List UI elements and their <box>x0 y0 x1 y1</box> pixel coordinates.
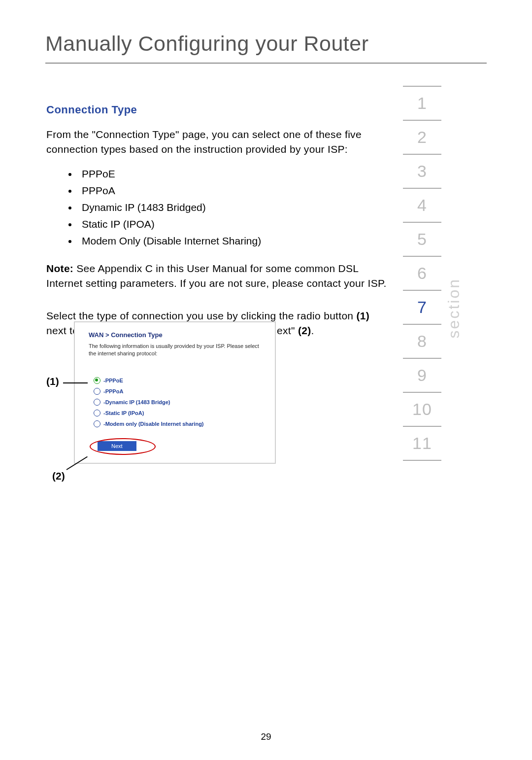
radio-label: -PPPoA <box>103 388 123 394</box>
section-label: section <box>445 278 463 338</box>
page-number: 29 <box>0 731 532 742</box>
section-index-item-7[interactable]: 7 <box>403 291 441 325</box>
radio-label: -PPPoE <box>103 378 123 383</box>
content-column: Connection Type From the "Connection Typ… <box>46 104 391 347</box>
list-item: PPPoA <box>78 182 379 199</box>
intro-paragraph: From the "Connection Type" page, you can… <box>46 127 391 157</box>
radio-label: -Modem only (Disable Internet sharing) <box>103 421 204 427</box>
header-divider <box>45 63 487 64</box>
section-index: 1234567891011 <box>403 86 441 461</box>
connection-type-option[interactable]: -PPPoA <box>94 388 267 395</box>
next-button-row: Next <box>98 441 267 451</box>
connection-type-radio-group: -PPPoE-PPPoA-Dynamic IP (1483 Bridge)-St… <box>89 377 267 427</box>
connection-type-option[interactable]: -Static IP (IPoA) <box>94 410 267 416</box>
radio-icon[interactable] <box>94 399 100 406</box>
section-index-item-5[interactable]: 5 <box>403 223 441 257</box>
section-index-item-9[interactable]: 9 <box>403 359 441 393</box>
page-title: Manually Configuring your Router <box>45 32 487 56</box>
radio-label: -Static IP (IPoA) <box>103 410 144 416</box>
panel-breadcrumb: WAN > Connection Type <box>89 331 267 339</box>
list-item: Modem Only (Disable Internet Sharing) <box>78 233 379 249</box>
section-index-item-1[interactable]: 1 <box>403 86 441 121</box>
breadcrumb-parent: WAN <box>89 331 103 339</box>
breadcrumb-sep: > <box>103 331 111 339</box>
section-heading: Connection Type <box>46 104 391 116</box>
section-index-item-11[interactable]: 11 <box>403 427 441 461</box>
note-text: See Appendix C in this User Manual for s… <box>46 263 387 289</box>
radio-icon[interactable] <box>94 420 100 427</box>
connection-type-option[interactable]: -PPPoE <box>94 377 267 384</box>
instruction-ref-1: (1) <box>356 310 369 321</box>
list-item: Static IP (IPOA) <box>78 216 379 233</box>
section-index-item-4[interactable]: 4 <box>403 189 441 223</box>
next-button[interactable]: Next <box>98 441 136 451</box>
connection-types-list: PPPoEPPPoADynamic IP (1483 Bridged)Stati… <box>58 166 379 249</box>
callout-1: (1) <box>46 376 59 387</box>
instruction-text-a: Select the type of connection you use by… <box>46 310 356 321</box>
note-paragraph: Note: See Appendix C in this User Manual… <box>46 261 391 291</box>
section-index-item-6[interactable]: 6 <box>403 257 441 291</box>
list-item: PPPoE <box>78 166 379 182</box>
list-item: Dynamic IP (1483 Bridged) <box>78 199 379 216</box>
section-index-item-3[interactable]: 3 <box>403 155 441 189</box>
radio-selected-icon[interactable] <box>94 377 100 384</box>
instruction-ref-2: (2) <box>298 325 311 336</box>
note-label: Note: <box>46 263 73 274</box>
radio-icon[interactable] <box>94 388 100 395</box>
callout-2: (2) <box>52 470 65 482</box>
section-index-item-10[interactable]: 10 <box>403 393 441 427</box>
wan-connection-panel: WAN > Connection Type The following info… <box>74 321 276 464</box>
screenshot-panel-wrap: WAN > Connection Type The following info… <box>74 321 276 464</box>
section-index-item-2[interactable]: 2 <box>403 121 441 155</box>
radio-label: -Dynamic IP (1483 Bridge) <box>103 399 170 405</box>
section-index-item-8[interactable]: 8 <box>403 325 441 359</box>
connection-type-option[interactable]: -Dynamic IP (1483 Bridge) <box>94 399 267 406</box>
breadcrumb-child: Connection Type <box>111 331 162 339</box>
panel-description: The following information is usually pro… <box>89 343 267 357</box>
callout-1-line <box>63 382 88 383</box>
radio-icon[interactable] <box>94 410 100 416</box>
page-header: Manually Configuring your Router <box>0 0 532 64</box>
instruction-text-c: . <box>311 325 314 336</box>
connection-type-option[interactable]: -Modem only (Disable Internet sharing) <box>94 420 267 427</box>
